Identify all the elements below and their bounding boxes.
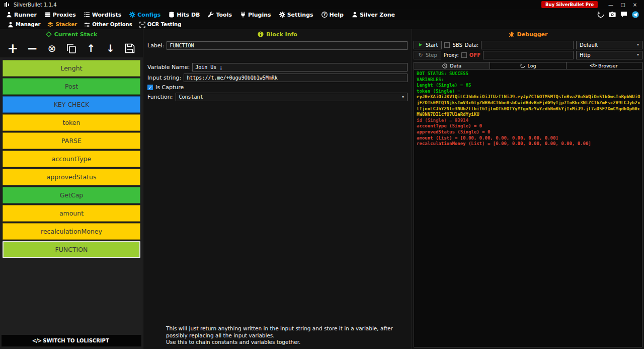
submenu-item-other-options[interactable]: Other Options [80,22,135,28]
stack-block-post[interactable]: Post [3,78,140,95]
history-icon[interactable] [597,11,604,18]
move-down-button[interactable]: ↓ [104,41,118,55]
stack-block-token[interactable]: token [3,114,140,131]
data-input[interactable] [481,41,574,49]
menu-item-label: Settings [287,12,313,18]
minus-icon: − [27,43,38,54]
stack-block-function[interactable]: FUNCTION [3,241,140,258]
label-input[interactable] [167,41,408,50]
label-field-label: Label: [147,42,164,49]
stack-block-key-check[interactable]: KEY CHECK [3,96,140,113]
arrow-up-icon: ↑ [86,43,97,54]
menubar: RunnerProxiesWordlistsConfigsHits DBTool… [0,9,644,20]
menu-item-help[interactable]: ?Help [317,9,348,20]
is-capture-row: ✓ Is Capture [147,84,408,91]
debug-output-line: accountType (Single) = 0 [417,123,639,129]
debug-tab-log[interactable]: Log [490,62,566,69]
wordlists-icon [84,12,90,18]
debug-output-line: lIjoxLCJhY2Nlc3NUb2tlbiI6IjlmOTk0OTYyYTg… [417,106,639,112]
ocr-icon [139,22,145,28]
save-icon [124,43,135,54]
stack-panel: Current Stack +−⊗↑↓ LenghtPostKEY CHECKt… [0,29,143,349]
sbs-checkbox[interactable] [444,42,450,48]
play-icon: ▶ [418,42,424,48]
menubar-items: RunnerProxiesWordlistsConfigsHits DBTool… [2,9,399,20]
function-dropdown[interactable]: Constant ▾ [176,93,408,101]
clear-button[interactable]: ⊗ [45,41,59,55]
minimize-button[interactable]: — [605,0,617,9]
debug-tabs: DataLog</>Browser [414,62,642,69]
arrow-down-icon: ↓ [105,43,116,54]
debug-output-line: amount (List) = [0.00, 0.00, 0.00, 0.00,… [417,135,639,142]
menu-item-proxies[interactable]: Proxies [41,9,80,20]
stack-toolbar: +−⊗↑↓ [0,39,143,57]
stack-block-getcap[interactable]: GetCap [3,187,140,203]
submenu-item-label: Other Options [92,22,132,27]
stack-block-recalculationmoney[interactable]: recalculationMoney [3,223,140,240]
screenshot-icon[interactable] [609,11,616,18]
step-button[interactable]: ↻ Step [414,51,441,59]
submenu-item-manager[interactable]: Manager [4,22,44,28]
debug-output-line: Lenght (Single) = 65 [417,83,639,89]
buy-pro-button[interactable]: Buy SilverBullet Pro [541,1,598,8]
stack-block-approvedstatus[interactable]: approvedStatus [3,169,140,185]
is-capture-checkbox[interactable]: ✓ [147,85,153,90]
menu-item-runner[interactable]: Runner [2,9,41,20]
variable-name-input[interactable] [192,63,408,72]
submenu: ManagerStackerOther OptionsOCR Testing [0,20,644,29]
menu-item-hits-db[interactable]: Hits DB [165,9,204,20]
debug-output-line: approvedStatus (Single) = 0 [417,129,639,135]
tab-label: Log [528,63,536,68]
proxy-type-dropdown[interactable]: Http ▾ [576,51,642,59]
plugins-icon [240,12,246,18]
debug-output-line: VARIABLES: [417,77,639,83]
hitsdb-icon [169,12,175,18]
function-row: Function: Constant ▾ [147,93,408,101]
data-type-dropdown[interactable]: Default ▾ [576,41,642,49]
start-button[interactable]: ▶ Start [414,41,442,49]
menu-item-silver-zone[interactable]: Silver Zone [348,9,399,20]
menu-item-wordlists[interactable]: Wordlists [80,9,126,20]
menu-item-plugins[interactable]: Plugins [236,9,275,20]
app-logo-icon [3,2,9,8]
input-string-input[interactable] [184,74,408,82]
plus-icon: + [7,43,18,54]
info-icon [258,31,264,37]
debug-tab-data[interactable]: Data [414,62,490,69]
submenu-item-ocr-testing[interactable]: OCR Testing [136,22,185,28]
menu-item-label: Proxies [53,12,76,18]
tab-label: Browser [598,63,618,68]
chat-icon[interactable] [620,11,627,18]
menu-item-label: Hits DB [177,12,200,18]
chevron-down-icon: ▾ [637,43,639,47]
debug-output-line: BOT STATUS: SUCCESS [417,71,639,77]
chevron-down-icon: ▾ [402,95,404,99]
browser-code-icon: </> [591,63,596,68]
options-icon [84,22,90,28]
switch-to-loliscript-button[interactable]: </> SWITCH TO LOLISCRIPT [2,335,141,346]
stack-block-accounttype[interactable]: accountType [3,151,140,167]
close-button[interactable]: × [629,0,641,9]
save-button[interactable] [123,41,137,55]
move-up-button[interactable]: ↑ [84,41,98,55]
maximize-button[interactable]: □ [617,0,629,9]
telegram-icon[interactable] [632,11,639,18]
debug-tab-browser[interactable]: </>Browser [566,62,642,69]
proxy-checkbox[interactable] [461,52,467,58]
stack-block-parse[interactable]: PARSE [3,132,140,149]
add-button[interactable]: + [6,41,20,55]
submenu-item-stacker[interactable]: Stacker [44,22,80,28]
runner-icon [6,12,12,18]
menu-item-tools[interactable]: Tools [204,9,235,20]
remove-button[interactable]: − [25,41,39,55]
step-icon: ↻ [418,52,424,58]
stack-block-lenght[interactable]: Lenght [3,60,140,77]
stack-block-amount[interactable]: amount [3,205,140,222]
function-label: Function: [147,94,173,100]
clone-button[interactable] [64,41,78,55]
proxy-input[interactable] [483,51,574,59]
code-icon: </> [34,338,40,344]
function-description-line2: Use this to chain constants and variable… [166,339,407,346]
menu-item-configs[interactable]: Configs [125,9,165,20]
menu-item-settings[interactable]: Settings [275,9,317,20]
